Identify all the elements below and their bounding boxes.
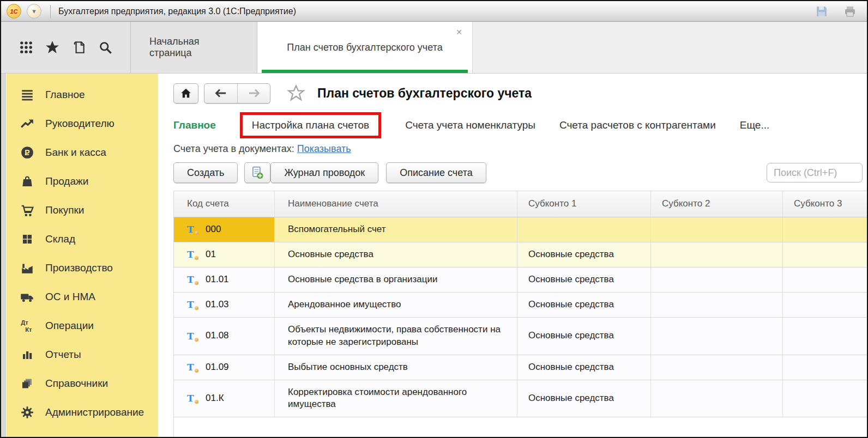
table-row[interactable]: Т01.К Корректировка стоимости арендованн… [174, 380, 867, 418]
active-tab-underline [262, 70, 468, 73]
menu-icon [20, 87, 34, 102]
table-row[interactable]: Т000 Вспомогательный счет [174, 217, 867, 242]
print-icon[interactable] [841, 2, 859, 21]
1c-logo-button[interactable]: 1С [7, 4, 21, 19]
column-header-sub1[interactable]: Субконто 1 [517, 191, 651, 217]
sidebar-item-fixed-assets[interactable]: ОС и НМА [7, 282, 158, 311]
search-input[interactable] [767, 163, 863, 182]
column-header-name[interactable]: Наименование счета [275, 191, 517, 217]
tab-home-page[interactable]: Начальная страница [131, 22, 257, 73]
sidebar-item-directories[interactable]: Справочники [7, 369, 158, 398]
table-row[interactable]: Т01.08 Объекты недвижимости, права собст… [174, 318, 867, 355]
search-icon[interactable] [96, 38, 114, 57]
svg-text:Дт: Дт [21, 319, 28, 325]
titlebar-separator [50, 5, 51, 18]
main-menu-dropdown-button[interactable]: ▾ [27, 4, 41, 19]
account-type-icon: Т [187, 299, 198, 311]
table-row[interactable]: Т01.03 Арендованное имущество Основные с… [174, 293, 867, 318]
account-type-icon: Т [187, 223, 198, 235]
tab-chart-of-accounts[interactable]: План счетов бухгалтерского учета ✕ [257, 22, 473, 73]
journal-button[interactable]: Журнал проводок [270, 162, 378, 183]
menu-item-chart-settings[interactable]: Настройка плана счетов [240, 112, 381, 138]
trend-icon [20, 116, 34, 131]
svg-text:Р: Р [25, 148, 29, 156]
sidebar-item-manager[interactable]: Руководителю [7, 109, 158, 138]
menu-item-main[interactable]: Главное [173, 119, 216, 131]
apps-grid-icon[interactable] [17, 38, 35, 57]
menu-item-nomenclature-accounts[interactable]: Счета учета номенклатуры [405, 119, 535, 131]
home-button[interactable] [173, 83, 198, 104]
menu-item-contractor-accounts[interactable]: Счета расчетов с контрагентами [559, 119, 716, 131]
page-title: План счетов бухгалтерского учета [317, 86, 532, 101]
debit-credit-icon: ДтКт [20, 318, 34, 333]
sidebar-item-bank-cash[interactable]: Р Банк и касса [7, 138, 158, 167]
tab-strip: Начальная страница План счетов бухгалтер… [1, 22, 867, 74]
ruble-icon: Р [20, 145, 34, 160]
sidebar-item-production[interactable]: Производство [7, 253, 158, 282]
table-header-row: Код счета Наименование счета Субконто 1 … [174, 191, 867, 217]
column-header-code[interactable]: Код счета [174, 191, 275, 217]
sidebar-item-main[interactable]: Главное [7, 80, 158, 109]
account-description-button[interactable]: Описание счета [386, 162, 486, 183]
account-type-icon: Т [187, 392, 198, 404]
title-bar: 1С ▾ Бухгалтерия предприятия, редакция 3… [1, 1, 867, 22]
column-header-sub3[interactable]: Субконто 3 [783, 191, 867, 217]
save-icon[interactable] [812, 2, 831, 21]
menu-item-more[interactable]: Еще... [740, 119, 770, 131]
form-command-bar: Главное Настройка плана счетов Счета уче… [173, 113, 863, 138]
history-icon[interactable] [70, 38, 88, 57]
pallet-icon [20, 232, 34, 246]
history-nav-group [204, 83, 270, 104]
window-title: Бухгалтерия предприятия, редакция 3.0 (1… [58, 7, 296, 16]
account-type-icon: Т [187, 361, 198, 373]
books-icon [20, 376, 34, 391]
show-link[interactable]: Показывать [297, 143, 351, 154]
document-accounts-label: Счета учета в документах: [173, 143, 294, 154]
sections-panel: Главное Руководителю Р Банк и касса Прод… [7, 74, 158, 437]
sidebar-item-warehouse[interactable]: Склад [7, 224, 158, 253]
account-type-icon: Т [187, 273, 198, 285]
account-type-icon: Т [187, 330, 198, 342]
sidebar-item-administration[interactable]: Администрирование [7, 398, 158, 427]
quick-access-toolbar [1, 22, 131, 73]
form-navigation-row: План счетов бухгалтерского учета [173, 82, 863, 104]
account-type-icon: Т [187, 248, 198, 260]
create-copy-button[interactable] [244, 162, 270, 183]
truck-icon [20, 289, 34, 304]
form-area: План счетов бухгалтерского учета Главное… [158, 74, 867, 437]
table-row[interactable]: Т01.09 Выбытие основных средств Основные… [174, 355, 867, 380]
factory-icon [20, 260, 34, 275]
document-accounts-line: Счета учета в документах: Показывать [173, 143, 863, 155]
cart-icon [20, 203, 34, 217]
sidebar-item-reports[interactable]: Отчеты [7, 340, 158, 369]
back-button[interactable] [204, 84, 237, 103]
window-left-gutter [1, 74, 7, 437]
list-toolbar: Создать Журнал проводок Описание счета [173, 162, 863, 183]
application-window: 1С ▾ Бухгалтерия предприятия, редакция 3… [0, 0, 868, 438]
accounts-table: Код счета Наименование счета Субконто 1 … [173, 191, 867, 437]
favorite-star-icon[interactable] [287, 84, 305, 102]
column-header-sub2[interactable]: Субконто 2 [651, 191, 783, 217]
shopping-bag-icon [20, 174, 34, 188]
forward-button[interactable] [237, 84, 270, 103]
table-row[interactable]: Т01.01 Основные средства в организации О… [174, 267, 867, 293]
sidebar-item-operations[interactable]: ДтКт Операции [7, 311, 158, 340]
create-button[interactable]: Создать [173, 162, 238, 183]
bar-chart-icon [20, 347, 34, 362]
sidebar-item-purchases[interactable]: Покупки [7, 196, 158, 224]
gear-icon [20, 405, 34, 419]
favorites-star-icon[interactable] [43, 38, 62, 57]
table-row[interactable]: Т01 Основные средства Основные средства [174, 242, 867, 267]
tab-close-icon[interactable]: ✕ [456, 28, 462, 36]
sidebar-item-sales[interactable]: Продажи [7, 167, 158, 196]
svg-text:Кт: Кт [25, 326, 32, 333]
